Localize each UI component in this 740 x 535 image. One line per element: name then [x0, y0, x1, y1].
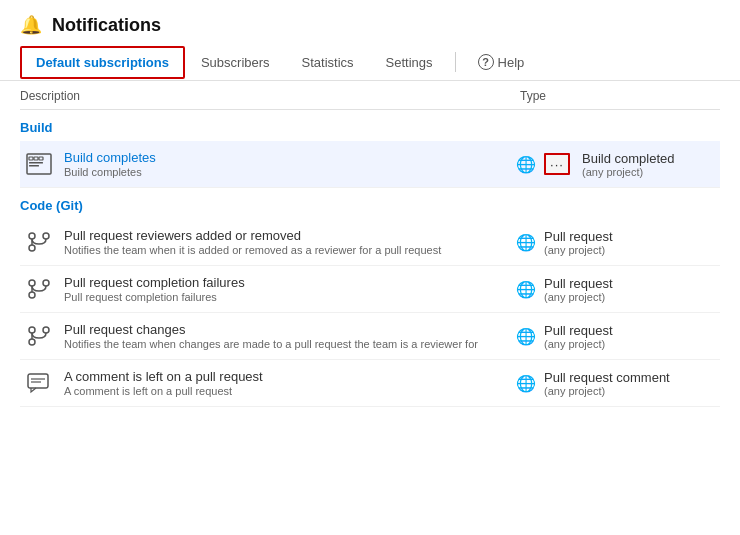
- row-type: 🌐 Pull request (any project): [516, 276, 716, 303]
- svg-point-10: [29, 280, 35, 286]
- row-content: Pull request reviewers added or removed …: [64, 228, 506, 256]
- table-row: Build completes Build completes 🌐 ··· Bu…: [20, 141, 720, 188]
- row-content: Pull request changes Notifies the team w…: [64, 322, 506, 350]
- row-title: Pull request completion failures: [64, 275, 506, 290]
- row-type: 🌐 ··· Build completed (any project): [516, 151, 716, 178]
- row-content: Build completes Build completes: [64, 150, 506, 178]
- section-label-code-git: Code (Git): [20, 188, 720, 219]
- row-subtitle: A comment is left on a pull request: [64, 385, 506, 397]
- globe-icon: 🌐: [516, 374, 536, 393]
- type-sub: (any project): [544, 338, 613, 350]
- svg-point-16: [43, 327, 49, 333]
- bell-icon: 🔔: [20, 14, 42, 36]
- row-title: Pull request changes: [64, 322, 506, 337]
- svg-rect-4: [29, 162, 43, 164]
- globe-icon: 🌐: [516, 233, 536, 252]
- type-sub: (any project): [544, 244, 613, 256]
- row-content: A comment is left on a pull request A co…: [64, 369, 506, 397]
- row-type: 🌐 Pull request comment (any project): [516, 370, 716, 397]
- git-icon: [24, 227, 54, 257]
- tab-subscribers[interactable]: Subscribers: [185, 45, 286, 80]
- page-title: Notifications: [52, 15, 161, 36]
- table-row: Pull request completion failures Pull re…: [20, 266, 720, 313]
- type-sub: (any project): [544, 291, 613, 303]
- table-row: Pull request reviewers added or removed …: [20, 219, 720, 266]
- page-header: 🔔 Notifications: [0, 0, 740, 36]
- row-type: 🌐 Pull request (any project): [516, 229, 716, 256]
- globe-icon: 🌐: [516, 280, 536, 299]
- row-type: 🌐 Pull request (any project): [516, 323, 716, 350]
- row-subtitle: Build completes: [64, 166, 506, 178]
- row-subtitle: Notifies the team when changes are made …: [64, 338, 506, 350]
- tab-divider: [455, 52, 456, 72]
- type-label: Pull request: [544, 229, 613, 244]
- globe-icon: 🌐: [516, 327, 536, 346]
- git-icon: [24, 274, 54, 304]
- svg-point-8: [43, 233, 49, 239]
- svg-point-12: [43, 280, 49, 286]
- type-label: Pull request comment: [544, 370, 670, 385]
- comment-icon: [24, 368, 54, 398]
- row-title: Pull request reviewers added or removed: [64, 228, 506, 243]
- svg-point-7: [29, 245, 35, 251]
- table-row: Pull request changes Notifies the team w…: [20, 313, 720, 360]
- git-icon: [24, 321, 54, 351]
- content-area: Description Type Build Build completes B…: [0, 81, 740, 407]
- svg-rect-5: [29, 165, 39, 167]
- type-label: Pull request: [544, 276, 613, 291]
- type-label: Pull request: [544, 323, 613, 338]
- row-subtitle: Pull request completion failures: [64, 291, 506, 303]
- svg-point-15: [29, 339, 35, 345]
- help-circle-icon: ?: [478, 54, 494, 70]
- col-type-header: Type: [520, 89, 720, 103]
- type-sub: (any project): [544, 385, 670, 397]
- build-icon: [24, 149, 54, 179]
- globe-icon: 🌐: [516, 155, 536, 174]
- row-subtitle: Notifies the team when it is added or re…: [64, 244, 506, 256]
- tab-statistics[interactable]: Statistics: [286, 45, 370, 80]
- svg-rect-2: [34, 157, 38, 160]
- tab-help[interactable]: ? Help: [462, 44, 541, 80]
- svg-point-14: [29, 327, 35, 333]
- table-row: A comment is left on a pull request A co…: [20, 360, 720, 407]
- tab-settings[interactable]: Settings: [370, 45, 449, 80]
- tabs-bar: Default subscriptions Subscribers Statis…: [0, 44, 740, 81]
- svg-rect-18: [28, 374, 48, 388]
- svg-rect-1: [29, 157, 33, 160]
- ellipsis-button[interactable]: ···: [544, 153, 570, 175]
- tab-help-label: Help: [498, 55, 525, 70]
- section-label-build: Build: [20, 110, 720, 141]
- row-content: Pull request completion failures Pull re…: [64, 275, 506, 303]
- table-header: Description Type: [20, 81, 720, 110]
- tab-default-subscriptions[interactable]: Default subscriptions: [20, 46, 185, 79]
- type-label: Build completed: [582, 151, 675, 166]
- svg-point-6: [29, 233, 35, 239]
- row-title: A comment is left on a pull request: [64, 369, 506, 384]
- svg-point-11: [29, 292, 35, 298]
- col-description-header: Description: [20, 89, 520, 103]
- row-title[interactable]: Build completes: [64, 150, 506, 165]
- svg-rect-3: [39, 157, 43, 160]
- type-sub: (any project): [582, 166, 675, 178]
